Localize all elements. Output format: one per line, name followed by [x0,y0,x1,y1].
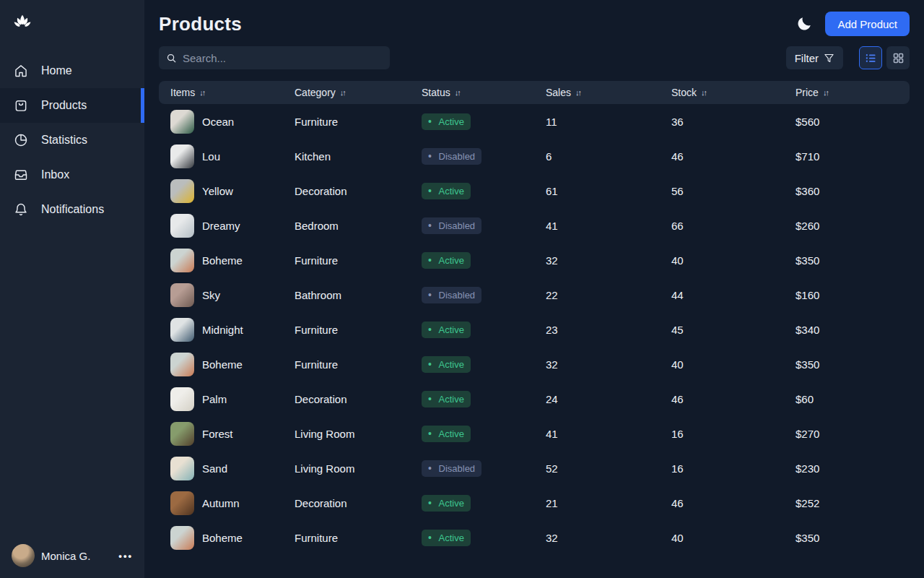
table-row[interactable]: Boheme Furniture Active 32 40 $350 [159,347,910,381]
products-table: Items ↓↑ Category ↓↑ Status ↓↑ Sales ↓↑ … [159,81,910,555]
sort-icon: ↓↑ [199,88,204,97]
table-row[interactable]: Forest Living Room Active 41 16 $270 [159,416,910,451]
list-view-toggle[interactable] [859,46,882,69]
product-price: $160 [796,289,910,301]
product-name: Sand [202,462,227,475]
product-sales: 41 [546,220,671,232]
sidebar-item-statistics[interactable]: Statistics [0,123,144,158]
page-title: Products [159,13,242,35]
product-thumbnail [170,491,194,515]
ellipsis-icon[interactable]: ••• [117,548,134,564]
sidebar-item-products[interactable]: Products [0,88,144,123]
product-stock: 46 [671,393,796,405]
status-badge: Active [422,183,471,199]
status-badge: Active [422,530,471,546]
user-row: Monica G. ••• [12,543,134,568]
sort-icon: ↓↑ [701,88,706,97]
table-row[interactable]: Lou Kitchen Disabled 6 46 $710 [159,139,910,173]
product-stock: 66 [671,220,796,232]
status-badge: Active [422,391,471,407]
product-thumbnail [170,110,194,134]
product-stock: 40 [671,358,796,371]
column-header-category[interactable]: Category ↓↑ [295,87,422,98]
product-name: Lou [202,150,220,163]
product-thumbnail [170,249,194,272]
product-category: Furniture [295,532,422,544]
sort-icon: ↓↑ [455,88,460,97]
product-price: $360 [796,185,910,197]
product-category: Bedroom [295,220,422,232]
product-price: $350 [796,358,910,371]
grid-view-toggle[interactable] [886,46,910,69]
table-row[interactable]: Boheme Furniture Active 32 40 $350 [159,243,910,277]
sidebar-item-label: Notifications [41,203,104,216]
product-name: Boheme [202,358,243,371]
product-stock: 45 [671,324,796,336]
product-sales: 11 [546,116,671,128]
sidebar-item-inbox[interactable]: Inbox [0,158,144,192]
sidebar-item-label: Inbox [41,168,69,181]
product-stock: 46 [671,497,796,509]
table-row[interactable]: Sand Living Room Disabled 52 16 $230 [159,451,910,486]
table-row[interactable]: Yellow Decoration Active 61 56 $360 [159,173,910,208]
table-body: Ocean Furniture Active 11 36 $560 Lou Ki… [159,104,910,555]
product-stock: 16 [671,462,796,475]
table-row[interactable]: Sky Bathroom Disabled 22 44 $160 [159,277,910,312]
product-category: Living Room [295,428,422,440]
product-sales: 21 [546,497,671,509]
sort-icon: ↓↑ [823,88,828,97]
table-row[interactable]: Autumn Decoration Active 21 46 $252 [159,486,910,520]
product-sales: 23 [546,324,671,336]
product-sales: 6 [546,150,671,163]
product-price: $560 [796,116,910,128]
product-stock: 36 [671,116,796,128]
product-sales: 22 [546,289,671,301]
product-price: $340 [796,324,910,336]
column-header-items[interactable]: Items ↓↑ [170,87,295,98]
product-stock: 44 [671,289,796,301]
product-sales: 52 [546,462,671,475]
main-content: Products Add Product Filter [144,0,924,578]
product-name: Palm [202,393,227,405]
search-input[interactable] [183,52,383,64]
column-header-stock[interactable]: Stock ↓↑ [671,87,796,98]
sort-icon: ↓↑ [575,88,580,97]
dark-mode-toggle-moon-icon[interactable] [796,15,813,33]
column-header-status[interactable]: Status ↓↑ [422,87,546,98]
product-stock: 56 [671,185,796,197]
avatar[interactable] [12,544,35,567]
filter-button[interactable]: Filter [786,46,843,69]
sort-icon: ↓↑ [340,88,345,97]
table-row[interactable]: Dreamy Bedroom Disabled 41 66 $260 [159,208,910,243]
product-category: Bathroom [295,289,422,301]
product-stock: 40 [671,254,796,267]
status-badge: Active [422,356,471,373]
home-icon [14,64,28,78]
product-thumbnail [170,144,194,168]
sidebar-item-home[interactable]: Home [0,53,144,88]
list-view-icon [865,52,877,64]
product-name: Forest [202,428,233,440]
bag-icon [14,98,28,113]
table-row[interactable]: Boheme Furniture Active 32 40 $350 [159,520,910,555]
product-sales: 32 [546,358,671,371]
product-thumbnail [170,283,194,307]
sidebar-item-notifications[interactable]: Notifications [0,192,144,227]
product-name: Midnight [202,324,243,336]
table-row[interactable]: Midnight Furniture Active 23 45 $340 [159,312,910,347]
add-product-button[interactable]: Add Product [825,12,910,36]
table-row[interactable]: Ocean Furniture Active 11 36 $560 [159,104,910,139]
product-name: Sky [202,289,220,301]
product-category: Furniture [295,324,422,336]
product-thumbnail [170,214,194,238]
column-header-price[interactable]: Price ↓↑ [796,87,910,98]
product-thumbnail [170,422,194,446]
column-header-sales[interactable]: Sales ↓↑ [546,87,671,98]
pie-chart-icon [14,133,28,147]
product-thumbnail [170,318,194,342]
product-sales: 32 [546,254,671,267]
table-row[interactable]: Palm Decoration Active 24 46 $60 [159,381,910,416]
product-sales: 41 [546,428,671,440]
product-name: Boheme [202,532,243,544]
sidebar-item-label: Statistics [41,134,87,147]
